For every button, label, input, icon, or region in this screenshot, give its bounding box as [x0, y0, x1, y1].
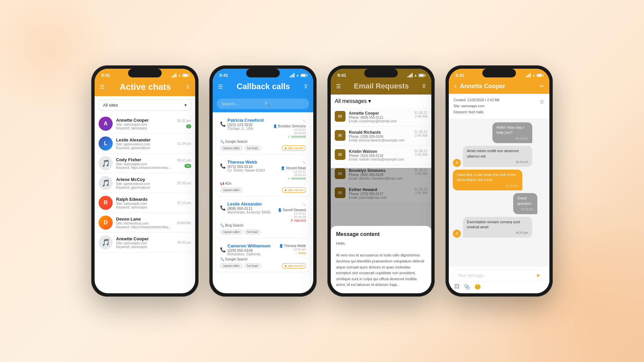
- email-item-2[interactable]: ✉ Ronald Richards Phone: (209) 555-0104 …: [331, 127, 431, 146]
- phone-email-requests: 9:41 ▲ ☰ Email Requests ⊽ All messages ▾: [327, 65, 435, 297]
- call-phone-3: (808) 555-0111: [227, 206, 271, 210]
- tag-repeat-2: repeat caller: [220, 187, 243, 193]
- msg-time-1: 06:32 pm: [496, 136, 528, 141]
- search-input-container[interactable]: Search... 🔍: [217, 99, 309, 109]
- chat-site-4: Site: gaminodecor.com: [116, 182, 174, 186]
- chat-item-1[interactable]: A Annette Cooper Site: samosapis.com Key…: [95, 114, 195, 134]
- call-item-1[interactable]: 📞 Patricia Crawford (222) 123-3232 Chica…: [216, 114, 310, 154]
- avatar-6: D: [99, 216, 113, 230]
- call-duration-3: 00:04:29: [278, 215, 306, 219]
- image-icon[interactable]: 🖼: [454, 284, 460, 290]
- email-content: ✉ Annette Cooper Phone: (808) 555-0111 E…: [331, 108, 431, 293]
- chat-item-2[interactable]: L Leslie Alexander Site: gaminodecor.com…: [95, 134, 195, 154]
- chat-time-6: yesterday: [177, 221, 191, 225]
- time-3: 9:41: [337, 73, 346, 78]
- s4b: [527, 75, 528, 77]
- hamburger-icon-1[interactable]: ☰: [100, 84, 105, 90]
- page-title-1: Active chats: [119, 82, 171, 92]
- email-meta-3: 31.08.21 2:45 AM: [414, 149, 427, 157]
- hamburger-icon-3[interactable]: ☰: [336, 83, 341, 89]
- msg-wrapper-4: Good question 06:32 pm: [513, 193, 545, 214]
- search-icon[interactable]: 🔍: [264, 101, 305, 106]
- chat-detail-info: Created: 11/26/2020 • 2:42 AM Site: samo…: [449, 94, 549, 119]
- chat-list: A Annette Cooper Site: samosapis.com Key…: [95, 114, 195, 252]
- call-type-icon-4: 📞: [220, 247, 226, 252]
- play-record-btn-4[interactable]: ▶ play record: [282, 263, 306, 268]
- msg-2: Amet minim mollit non deserunt ullamco e…: [463, 146, 532, 167]
- chat-info-1: Annette Cooper Site: samosapis.com Keywo…: [116, 118, 174, 130]
- msg-time-4: 06:32 pm: [517, 207, 533, 212]
- tag-repeat-3: repeat caller: [220, 229, 243, 235]
- message-input[interactable]: Your message... ➤: [453, 269, 545, 282]
- email-item-1[interactable]: ✉ Annette Cooper Phone: (808) 555-0111 E…: [331, 108, 431, 127]
- call-item-3[interactable]: 📞 Leslie Alexander (808) 555-0111 Manche…: [216, 198, 310, 238]
- filter-icon-1[interactable]: ⊽: [186, 84, 190, 90]
- filter-icon-3[interactable]: ⊽: [422, 83, 426, 89]
- chat-keyword-1: Keyword: samosapis: [116, 126, 174, 130]
- edit-icon-3[interactable]: ✎: [303, 202, 306, 207]
- email-phone-3: Phone: (316) 555-0116: [349, 154, 411, 158]
- chat-item-3[interactable]: 🎵 Cody Fisher Site: samosapis.com Keywor…: [95, 154, 195, 173]
- email-addr-3: Email: nathan.roberts@example.com: [349, 158, 411, 161]
- call-item-4[interactable]: 📞 Cameron Williamson (229) 555-0109 Rich…: [216, 240, 310, 272]
- s4c: [528, 74, 529, 77]
- msg-wrapper-1: Hello! How may I help you? 06:32 pm: [492, 122, 545, 143]
- edit-icon-1[interactable]: ✎: [303, 119, 306, 123]
- chat-time-4: 05:36 pm: [177, 181, 191, 185]
- messages-dropdown[interactable]: All messages ▾: [335, 98, 427, 104]
- email-date-2: 31.08.21: [414, 130, 427, 134]
- s3d: [412, 73, 413, 77]
- chat-item-4[interactable]: 🎵 Arlene McCoy Site: gaminodecor.com Key…: [95, 173, 195, 193]
- call-header-1: 📞 Patricia Crawford (222) 123-3232 Chica…: [220, 118, 306, 138]
- call-date-1: 12-03-21: [273, 128, 306, 131]
- hamburger-icon-2[interactable]: ☰: [218, 83, 223, 90]
- status-icons-3: ▲: [408, 73, 425, 77]
- call-source-3: 🔍Bing Search: [220, 224, 306, 227]
- edit-icon-2[interactable]: ✎: [303, 161, 306, 165]
- delete-icon[interactable]: 🗑: [539, 97, 545, 115]
- sites-dropdown[interactable]: All sites ▾: [99, 100, 191, 111]
- chat-site-6: Site: tremendous.com: [116, 222, 173, 225]
- email-date-1: 31.08.21: [414, 111, 427, 115]
- edit-contact-icon[interactable]: ✏: [540, 83, 544, 89]
- call-location-2: Cir. Shiloh, Hawaii 81063: [227, 169, 265, 172]
- call-phone-1: (222) 123-3232: [227, 123, 264, 127]
- s4a: [526, 76, 527, 77]
- send-icon[interactable]: ➤: [536, 272, 540, 279]
- messages-dropdown-bar: All messages ▾: [331, 95, 431, 108]
- call-header-3: 📞 Leslie Alexander (808) 555-0111 Manche…: [220, 201, 306, 222]
- chat-meta-5: 07:13 pm: [177, 201, 191, 205]
- chat-time-7: 06:32 pm: [177, 241, 191, 244]
- email-icon-1: ✉: [335, 111, 345, 122]
- chat-item-5[interactable]: R Ralph Edwards Site: samosapis.com Keyw…: [95, 193, 195, 213]
- phone-notch-4: [482, 69, 516, 77]
- email-phone-2: Phone: (209) 555-0104: [349, 135, 411, 138]
- tag-repeat-1: repeat caller: [220, 145, 243, 151]
- keyword-info: Keyword: food malls: [453, 109, 499, 115]
- call-source-2: 📢ADs: [220, 182, 306, 185]
- call-duration-2: 00:04:23: [281, 173, 306, 177]
- call-item-2[interactable]: 📞 Theresa Webb (671) 555-0110 Cir. Shilo…: [216, 156, 310, 196]
- messages-content: Hello! How may I help you? 06:32 pm A Am…: [449, 119, 549, 293]
- chat-info-6: Devon Lane Site: tremendous.com Keyword:…: [116, 217, 173, 229]
- emoji-icon[interactable]: 😊: [474, 284, 481, 290]
- call-status-2: ✓ answered: [281, 177, 306, 180]
- avatar-3: 🎵: [99, 156, 113, 170]
- email-item-3[interactable]: ✉ Kristin Watson Phone: (316) 555-0116 E…: [331, 146, 431, 165]
- site-info: Site: samosapis.com: [453, 103, 499, 109]
- back-arrow-icon[interactable]: ‹: [454, 82, 457, 90]
- signal-bar-2xl: [293, 73, 294, 77]
- chat-name-5: Ralph Edwards: [116, 197, 174, 202]
- attachment-icon[interactable]: 📎: [464, 284, 470, 290]
- play-record-btn-1[interactable]: ▶ play record: [282, 145, 306, 151]
- chat-item-7[interactable]: 🎵 Annette Cooper Site: samosapis.com Key…: [95, 233, 195, 252]
- chat-keyword-4: Keyword: gaminodecor: [116, 186, 174, 189]
- chat-keyword-2: Keyword: gaminodecor: [116, 146, 174, 150]
- s3a: [408, 76, 409, 77]
- filter-icon-2[interactable]: ⊽: [304, 83, 308, 90]
- play-record-btn-2[interactable]: ▶ play record: [282, 187, 306, 193]
- chat-item-6[interactable]: D Devon Lane Site: tremendous.com Keywor…: [95, 213, 195, 233]
- email-icon-2: ✉: [335, 130, 345, 141]
- call-right-2: ✎ 👤 Vincent Read 12-03-21 00:04:23 ✓ ans…: [281, 160, 306, 180]
- chat-meta-4: 05:36 pm: [177, 181, 191, 185]
